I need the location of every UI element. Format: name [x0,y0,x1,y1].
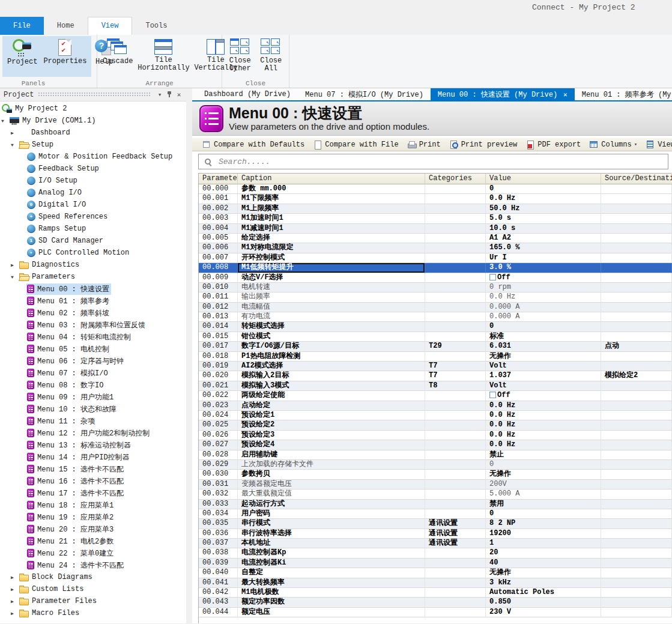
value-cell[interactable]: 禁用 [486,500,601,509]
table-row[interactable]: 00.013有功电流0.000 A [199,312,672,322]
caption-cell[interactable]: 电流控制器Kp [238,548,425,558]
value-cell[interactable]: 0.0 Hz [486,431,601,440]
table-row[interactable]: 00.027预设给定40.0 Hz [199,440,672,450]
value-cell[interactable]: 6.031 [486,342,601,351]
tab-file[interactable]: File [0,17,44,35]
value-cell[interactable]: 0 [486,322,601,332]
value-cell[interactable]: 230 V [486,608,601,617]
table-row[interactable]: 00.033起动运行方式禁用 [199,500,672,509]
tree-item[interactable]: Menu 14 : 用户PID控制器 [0,451,186,463]
doc-tab[interactable]: Menu 00 : 快速设置 (My Drive)✕ [431,88,575,100]
caption-cell[interactable]: 参数拷贝 [238,470,425,479]
table-row[interactable]: 00.014转矩模式选择0 [199,322,672,332]
value-cell[interactable]: 5.000 A [486,489,601,499]
caption-cell[interactable]: 最大转换频率 [238,578,425,588]
table-row[interactable]: 00.007开环控制模式Ur I [199,253,672,263]
tree-item[interactable]: Analog I/O [0,187,186,199]
table-row[interactable]: 00.008M1低频转矩提升3.0 % [199,263,672,273]
caption-cell[interactable]: 额定功率因数 [238,598,425,607]
print-button[interactable]: Print [402,138,444,151]
caption-cell[interactable]: 两级给定使能 [238,391,425,401]
tree-item[interactable]: Menu 20 : 应用菜单3 [0,523,186,535]
value-cell[interactable]: 20 [486,548,601,558]
expand-arrow-icon[interactable]: ▶ [11,587,19,592]
tree-item[interactable]: Menu 18 : 应用菜单1 [0,499,186,511]
collapse-arrow-icon[interactable]: ▼ [11,274,19,280]
caption-cell[interactable]: P1热电阻故障检测 [238,352,425,362]
value-cell[interactable]: 0 [486,460,601,470]
caption-cell[interactable]: 动态V/F选择 [238,273,425,283]
panel-drag-texture[interactable] [38,92,151,97]
tree-item[interactable]: Menu 01 : 频率参考 [0,295,186,307]
caption-cell[interactable]: 起动运行方式 [238,500,425,509]
tree-item[interactable]: ▼Parameters [0,271,186,283]
caption-cell[interactable]: 启用辅助键 [238,450,425,460]
table-row[interactable]: 00.035串行模式通讯设置8 2 NP [199,519,672,529]
caption-cell[interactable]: M1下限频率 [238,194,425,204]
tree-item[interactable]: ▼Setup [0,139,186,151]
caption-cell[interactable]: 串行模式 [238,519,425,529]
table-row[interactable]: 00.042M1电机极数Automatic Poles [199,588,672,598]
table-row[interactable]: 00.015钳位模式标准 [199,332,672,342]
value-cell[interactable]: A1 A2 [486,234,601,243]
table-row[interactable]: 00.002M1上限频率50.0 Hz [199,204,672,214]
caption-cell[interactable]: M1减速时间1 [238,224,425,234]
value-cell[interactable]: Volt [486,362,601,371]
caption-cell[interactable]: 电流幅值 [238,303,425,312]
caption-cell[interactable]: 本机地址 [238,539,425,548]
print-preview-button[interactable]: Print preview [444,138,521,151]
caption-cell[interactable]: AI2模式选择 [238,362,425,371]
table-row[interactable]: 00.041最大转换频率3 kHz [199,578,672,588]
tree-item[interactable]: ▪PLC Controlled Motion [0,247,186,259]
tree-item[interactable]: Menu 19 : 应用菜单2 [0,511,186,523]
value-cell[interactable]: 0.0 Hz [486,401,601,411]
tree-item[interactable]: Menu 24 : 选件卡不匹配 [0,559,186,571]
table-row[interactable]: 00.003M1加速时间15.0 s [199,214,672,223]
tree-item[interactable]: ▼My Drive (COM1.1) [0,115,186,127]
value-cell[interactable]: Off [486,273,601,283]
expand-arrow-icon[interactable]: ▶ [11,130,19,136]
value-cell[interactable]: 1.037 [486,371,601,381]
tree-item[interactable]: Ramps Setup [0,223,186,235]
tree-item[interactable]: Feedback Setup [0,163,186,175]
compare-file-button[interactable]: Compare with File [308,138,402,151]
table-row[interactable]: 00.012电流幅值0.000 A [199,303,672,312]
value-cell[interactable]: 禁止 [486,450,601,460]
table-row[interactable]: 00.024预设给定10.0 Hz [199,411,672,420]
doc-tab[interactable]: Menu 07 : 模拟I/O (My Drive) [298,88,431,100]
tree-item[interactable]: Menu 05 : 电机控制 [0,343,186,355]
tree-item[interactable]: ▶Macro Files [0,607,186,619]
value-cell[interactable]: 0 [486,184,601,194]
table-row[interactable]: 00.034用户密码0 [199,509,672,519]
table-row[interactable]: 00.029上次加载的存储卡文件0 [199,460,672,470]
tree-item[interactable]: I/O Setup [0,175,186,187]
table-row[interactable]: 00.021模拟输入3模式T8Volt [199,381,672,391]
table-row[interactable]: 00.019AI2模式选择T7Volt [199,362,672,371]
caption-cell[interactable]: 预设给定3 [238,431,425,440]
search-input[interactable] [217,157,662,167]
tree-item[interactable]: Menu 03 : 附属频率和位置反馈 [0,319,186,331]
columns-button[interactable]: Columns▾ [584,138,641,151]
caption-cell[interactable]: M1电机极数 [238,588,425,598]
value-cell[interactable]: 200V [486,480,601,489]
table-row[interactable]: 00.001M1下限频率0.0 Hz [199,194,672,204]
value-cell[interactable]: 40 [486,559,601,568]
checkbox[interactable] [489,392,496,398]
expand-arrow-icon[interactable]: ▶ [11,575,19,580]
table-row[interactable]: 00.030参数拷贝无操作 [199,470,672,479]
tree-item[interactable]: Menu 16 : 选件卡不匹配 [0,475,186,487]
table-row[interactable]: 00.011输出频率0.0 Hz [199,292,672,302]
caption-cell[interactable]: 预设给定4 [238,440,425,450]
tree-item[interactable]: Menu 02 : 频率斜坡 [0,307,186,319]
tree-item[interactable]: ▶Block Diagrams [0,571,186,583]
tree-item[interactable]: Motor & Position Feedback Setup [0,151,186,163]
value-cell[interactable]: 0.0 Hz [486,292,601,302]
value-cell[interactable]: 0 [486,509,601,519]
checkbox[interactable] [489,274,496,280]
value-cell[interactable]: 1 [486,539,601,548]
tree-item[interactable]: Menu 17 : 选件卡不匹配 [0,487,186,499]
tree-item[interactable]: Menu 00 : 快速设置 [0,283,186,295]
doc-tab[interactable]: Menu 01 : 频率参考 (My Drive) [575,88,672,100]
tree-item[interactable]: Menu 04 : 转矩和电流控制 [0,331,186,343]
close-all-button[interactable]: Close All [256,36,287,74]
